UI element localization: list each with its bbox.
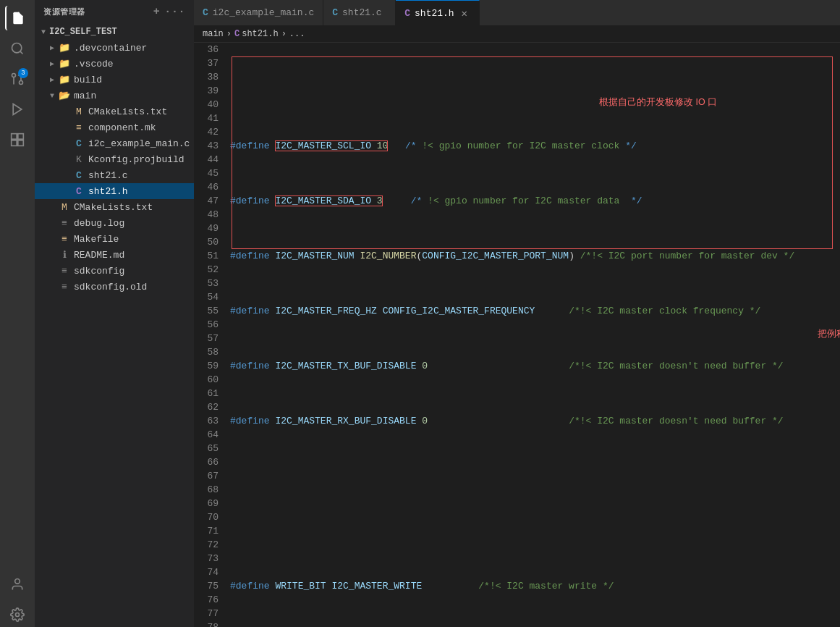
kconfig-label: Kconfig.projbuild — [88, 154, 184, 165]
breadcrumb-file-icon: C — [234, 29, 239, 39]
editor-area[interactable]: 根据自己的开发板修改 IO 口 把例程中的一些宏定义放过来 实现这两个函数 36… — [194, 43, 840, 627]
file-icon: ℹ — [58, 249, 71, 261]
sidebar-item-sdkconfig[interactable]: ≡ sdkconfig — [35, 263, 194, 279]
sidebar-item-debug-log[interactable]: ≡ debug.log — [35, 215, 194, 231]
svg-rect-9 — [18, 140, 24, 146]
sidebar-item-devcontainer[interactable]: ▶ 📁 .devcontainer — [35, 40, 194, 56]
sidebar-header: 资源管理器 + ··· — [35, 0, 194, 24]
file-icon: ≡ — [58, 282, 71, 293]
sdkconfig-old-label: sdkconfig.old — [74, 282, 147, 293]
main-content: C i2c_example_main.c C sht21.c C sht21.h… — [194, 0, 840, 627]
sht21-h-label: sht21.h — [88, 186, 128, 197]
svg-point-0 — [12, 43, 22, 53]
cmakelists-root-label: CMakeLists.txt — [74, 202, 153, 213]
svg-line-1 — [20, 51, 23, 54]
breadcrumb-main: main — [203, 29, 224, 39]
search-icon[interactable] — [5, 36, 30, 61]
sidebar-title: 资源管理器 — [43, 7, 85, 17]
root-arrow: ▼ — [38, 28, 49, 36]
file-icon: ≡ — [58, 218, 71, 229]
sidebar-item-component-mk[interactable]: ≡ component.mk — [35, 119, 194, 135]
sdkconfig-label: sdkconfig — [74, 266, 124, 277]
svg-rect-8 — [12, 140, 17, 146]
vscode-label: .vscode — [74, 59, 114, 70]
file-icon: C — [72, 138, 85, 149]
folder-icon: 📂 — [58, 90, 71, 101]
svg-point-11 — [16, 613, 20, 617]
tab-bar: C i2c_example_main.c C sht21.c C sht21.h… — [194, 0, 840, 25]
sidebar-item-vscode[interactable]: ▶ 📁 .vscode — [35, 56, 194, 72]
sidebar-item-cmakelists-root[interactable]: M CMakeLists.txt — [35, 199, 194, 215]
sidebar-item-build[interactable]: ▶ 📁 build — [35, 72, 194, 88]
sidebar-item-makefile[interactable]: ≡ Makefile — [35, 231, 194, 247]
file-icon: ≡ — [58, 234, 71, 245]
sidebar-header-icons: + ··· — [153, 6, 185, 18]
vscode-arrow: ▶ — [46, 59, 58, 68]
activity-bar: 3 — [0, 0, 35, 627]
svg-point-2 — [20, 81, 23, 85]
sidebar-item-cmakelists-main[interactable]: M CMakeLists.txt — [35, 104, 194, 119]
tab-c-icon: C — [203, 7, 208, 18]
sidebar-item-i2c-main-c[interactable]: C i2c_example_main.c — [35, 135, 194, 151]
sidebar-item-sdkconfig-old[interactable]: ≡ sdkconfig.old — [35, 279, 194, 295]
run-icon[interactable] — [5, 97, 30, 122]
folder-icon: 📁 — [58, 74, 71, 85]
code-line-36 — [230, 84, 826, 98]
breadcrumb-more: ... — [289, 29, 305, 39]
breadcrumb-file: sht21.h — [242, 29, 278, 39]
file-icon: M — [72, 106, 85, 117]
devcontainer-arrow: ▶ — [46, 43, 58, 52]
settings-icon[interactable] — [5, 602, 30, 627]
cmakelists-main-label: CMakeLists.txt — [88, 106, 167, 117]
source-control-badge: 3 — [18, 68, 28, 78]
account-icon[interactable] — [5, 572, 30, 597]
file-icon: ≡ — [72, 122, 85, 133]
tab-sht21-c-label: sht21.c — [342, 7, 382, 18]
folder-icon: 📁 — [58, 58, 71, 70]
component-mk-label: component.mk — [88, 122, 156, 133]
sidebar-item-readme[interactable]: ℹ README.md — [35, 247, 194, 263]
tab-sht21-h-label: sht21.h — [415, 8, 454, 19]
tab-sht21-c[interactable]: C sht21.c — [323, 0, 396, 25]
source-control-icon[interactable]: 3 — [5, 67, 30, 91]
sidebar-item-sht21-c[interactable]: C sht21.c — [35, 167, 194, 183]
extensions-icon[interactable] — [5, 127, 30, 152]
file-icon: ≡ — [58, 266, 71, 277]
svg-point-3 — [12, 74, 16, 77]
sht21-c-label: sht21.c — [88, 170, 128, 181]
svg-rect-6 — [12, 134, 17, 140]
file-icon: K — [72, 154, 85, 165]
breadcrumb: main › C sht21.h › ... — [194, 25, 840, 43]
tab-h-icon: C — [404, 8, 410, 19]
tab-i2c-main-label: i2c_example_main.c — [213, 7, 314, 18]
code-line-39: #define I2C_MASTER_NUM I2C_NUMBER(CONFIG… — [230, 249, 826, 263]
tab-i2c-main[interactable]: C i2c_example_main.c — [194, 0, 323, 25]
tab-sht21-h[interactable]: C sht21.h ✕ — [396, 0, 479, 25]
tab-close-button[interactable]: ✕ — [459, 7, 470, 19]
files-icon[interactable] — [5, 6, 30, 30]
code-area[interactable]: #define I2C_MASTER_SCL_IO 10 /* !< gpio … — [230, 43, 840, 627]
sidebar-item-kconfig[interactable]: K Kconfig.projbuild — [35, 151, 194, 167]
tree-root[interactable]: ▼ I2C_SELF_TEST — [35, 24, 194, 40]
main-label: main — [74, 91, 96, 101]
new-file-icon[interactable]: + — [153, 6, 161, 18]
more-options-icon[interactable]: ··· — [164, 6, 185, 18]
build-arrow: ▶ — [46, 75, 58, 84]
sidebar-item-main[interactable]: ▼ 📂 main — [35, 88, 194, 104]
sidebar: 资源管理器 + ··· ▼ I2C_SELF_TEST ▶ 📁 .devcont… — [35, 0, 194, 627]
main-arrow: ▼ — [46, 92, 58, 100]
i2c-main-label: i2c_example_main.c — [88, 138, 190, 149]
code-line-41: #define I2C_MASTER_TX_BUF_DISABLE 0 /*!<… — [230, 359, 826, 373]
editor-content: 36 37 38 39 40 41 42 43 44 45 46 47 48 4… — [194, 43, 840, 627]
svg-point-10 — [15, 579, 20, 584]
sidebar-item-sht21-h[interactable]: C sht21.h — [35, 183, 194, 199]
svg-marker-5 — [13, 104, 22, 115]
makefile-label: Makefile — [74, 234, 119, 245]
svg-rect-7 — [18, 134, 24, 140]
devcontainer-label: .devcontainer — [74, 43, 147, 54]
code-line-43 — [230, 469, 826, 483]
code-line-44 — [230, 524, 826, 538]
build-label: build — [74, 75, 102, 85]
code-line-40: #define I2C_MASTER_FREQ_HZ CONFIG_I2C_MA… — [230, 304, 826, 318]
line-numbers: 36 37 38 39 40 41 42 43 44 45 46 47 48 4… — [194, 43, 230, 627]
